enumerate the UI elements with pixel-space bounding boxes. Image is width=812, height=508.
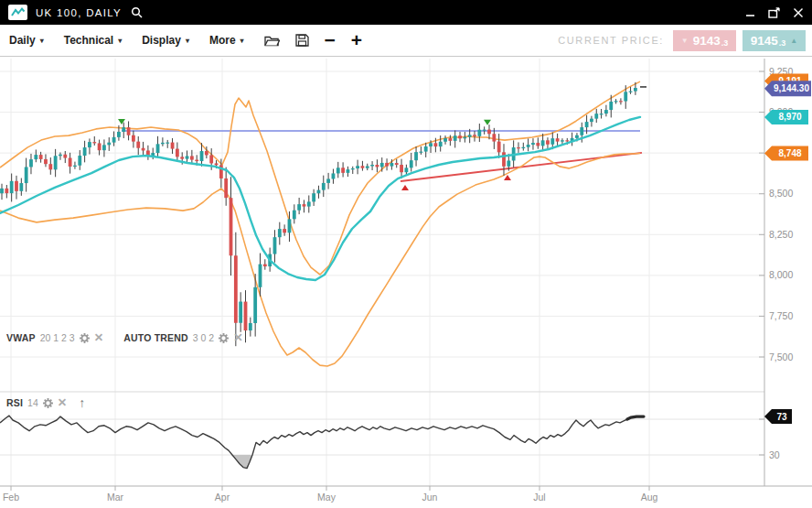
rsi-legend-params: 14 <box>27 397 38 408</box>
sell-price-value: 9143 <box>693 34 721 48</box>
search-icon[interactable] <box>131 6 143 18</box>
svg-text:Aug: Aug <box>641 492 658 503</box>
svg-text:Jun: Jun <box>422 492 438 503</box>
sell-marker-icon <box>118 119 125 124</box>
instrument-title: UK 100, DAILY <box>36 7 122 18</box>
menu-more[interactable]: More▾ <box>209 34 244 47</box>
svg-text:7,500: 7,500 <box>769 351 793 362</box>
vwap-legend-name: VWAP <box>6 332 36 343</box>
current-price-label: CURRENT PRICE: <box>558 35 664 46</box>
buy-price-button[interactable]: 9145.3 ▲ <box>743 30 806 51</box>
menu-technical[interactable]: Technical▾ <box>64 34 122 47</box>
close-icon[interactable] <box>793 7 804 18</box>
vwap-badge: 8,970 <box>764 110 808 124</box>
vwap-close-icon[interactable]: ✕ <box>94 333 103 342</box>
autotrend-legend-params: 3 0 2 <box>193 332 214 343</box>
buy-marker-icon <box>401 185 409 190</box>
svg-text:30: 30 <box>769 449 780 460</box>
price-badges: 9,1918,9708,7489,144.3073 <box>764 74 811 425</box>
svg-text:Apr: Apr <box>215 492 230 503</box>
autotrend-settings-gear-icon[interactable] <box>219 333 229 343</box>
svg-text:73: 73 <box>776 412 787 422</box>
price-chart-canvas[interactable]: 9,2509,0008,7508,5008,2508,0007,7507,500… <box>0 57 812 508</box>
chart-window: UK 100, DAILY Daily▾ Technical▾ Display▾… <box>0 0 812 508</box>
chevron-down-icon: ▾ <box>186 37 189 45</box>
menu-daily[interactable]: Daily▾ <box>9 34 44 47</box>
rsi-pane <box>0 416 644 469</box>
rsi-legend-row: RSI 14 ✕ ↑ <box>6 397 85 408</box>
svg-text:8,500: 8,500 <box>769 188 793 199</box>
arrow-up-icon: ▲ <box>790 37 797 45</box>
svg-text:8,250: 8,250 <box>769 229 793 240</box>
rsi-line <box>0 416 644 469</box>
chart-logo-icon <box>8 5 27 20</box>
last-price-badge: 9,144.30 <box>764 81 811 96</box>
chevron-down-icon: ▾ <box>118 37 122 45</box>
buy-marker-icon <box>504 175 511 180</box>
current-price-panel: CURRENT PRICE: ▼ 9143.3 9145.3 ▲ <box>558 30 806 51</box>
svg-text:Mar: Mar <box>107 492 124 503</box>
svg-text:8,000: 8,000 <box>769 269 793 280</box>
svg-text:7,750: 7,750 <box>769 310 793 321</box>
svg-text:8,970: 8,970 <box>778 112 801 122</box>
chart-area: 9,2509,0008,7508,5008,2508,0007,7507,500… <box>0 57 812 508</box>
svg-text:Jul: Jul <box>533 492 545 503</box>
auto-trend-lines <box>122 131 642 181</box>
svg-text:9,144.30: 9,144.30 <box>774 83 809 93</box>
zoom-in-button[interactable]: + <box>351 31 362 49</box>
axes: 9,2509,0008,7508,5008,2508,0007,7507,500… <box>0 59 812 503</box>
rsi-legend-name: RSI <box>6 397 23 408</box>
rsi-settings-gear-icon[interactable] <box>43 398 53 408</box>
autotrend-close-icon[interactable]: ✕ <box>233 333 242 342</box>
menu-display[interactable]: Display▾ <box>142 34 189 47</box>
vwap-legend-params: 20 1 2 3 <box>40 332 75 343</box>
sell-price-button[interactable]: ▼ 9143.3 <box>673 30 736 51</box>
gridlines <box>0 59 764 486</box>
toolbar: Daily▾ Technical▾ Display▾ More▾ − + CUR… <box>0 25 812 57</box>
zoom-out-button[interactable]: − <box>325 31 336 49</box>
indicator-legend-row: VWAP 20 1 2 3 ✕ AUTO TREND 3 0 2 ✕ <box>6 332 243 343</box>
chevron-down-icon: ▾ <box>240 37 244 45</box>
move-pane-up-icon[interactable]: ↑ <box>79 398 85 407</box>
svg-text:May: May <box>317 492 337 503</box>
last-bar-tick <box>640 86 646 88</box>
sell-price-fraction: .3 <box>721 38 729 48</box>
buy-price-value: 9145 <box>751 34 778 48</box>
title-bar: UK 100, DAILY <box>0 0 812 25</box>
svg-text:8,748: 8,748 <box>778 148 801 158</box>
vwap-settings-gear-icon[interactable] <box>80 333 90 343</box>
autotrend-legend-name: AUTO TREND <box>123 332 188 343</box>
upper-band-line <box>0 81 640 275</box>
save-icon[interactable] <box>295 34 309 47</box>
buy-price-fraction: .3 <box>779 38 786 48</box>
minimize-button[interactable] <box>745 7 755 17</box>
open-folder-icon[interactable] <box>264 34 280 47</box>
sell-marker-icon <box>484 120 491 125</box>
svg-text:Feb: Feb <box>3 492 19 503</box>
vwap-bands <box>0 81 640 366</box>
arrow-down-icon: ▼ <box>681 37 689 45</box>
chevron-down-icon: ▾ <box>40 37 44 45</box>
popout-button[interactable] <box>768 7 780 18</box>
rsi-close-icon[interactable]: ✕ <box>58 398 67 407</box>
lower-band-badge: 8,748 <box>764 146 808 161</box>
